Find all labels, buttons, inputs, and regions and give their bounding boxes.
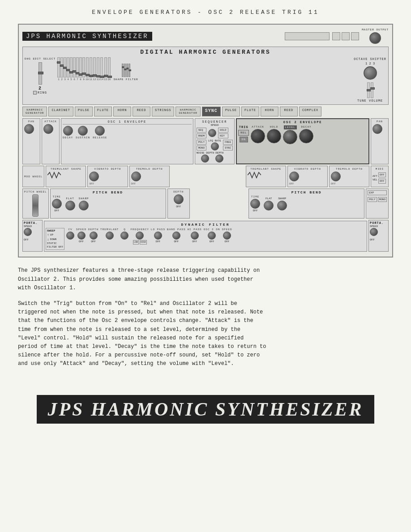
fader-track-11[interactable] bbox=[90, 57, 92, 77]
porta-right-knob[interactable] bbox=[370, 228, 378, 236]
preset-pulse-1[interactable]: PULSE bbox=[75, 107, 93, 116]
fader-track-16[interactable] bbox=[108, 57, 111, 77]
vol-fader[interactable] bbox=[371, 82, 373, 98]
noise-knob[interactable] bbox=[201, 154, 209, 163]
preset-sync[interactable]: SYNC bbox=[202, 107, 221, 116]
header-sq-3[interactable] bbox=[351, 32, 359, 40]
df-speed2-knob[interactable] bbox=[223, 232, 231, 240]
fader-num-4: 4 bbox=[67, 78, 69, 81]
osc2-hold-knob[interactable] bbox=[267, 129, 281, 143]
preset-strings[interactable]: STRINGS bbox=[152, 107, 174, 116]
fader-track-15[interactable] bbox=[104, 57, 107, 77]
poly-button[interactable]: POLY bbox=[197, 140, 206, 145]
pb-time-right-knob[interactable] bbox=[250, 199, 260, 209]
fader-track-14[interactable] bbox=[100, 57, 103, 77]
preset-horn-2[interactable]: HORN bbox=[261, 107, 278, 116]
osc2-level-knob[interactable] bbox=[283, 130, 297, 144]
hold-button[interactable]: HOLD bbox=[218, 128, 228, 133]
exp-button[interactable]: EXP bbox=[368, 190, 387, 195]
preset-reed-1[interactable]: REED bbox=[133, 107, 150, 116]
cv-knob[interactable] bbox=[66, 232, 74, 240]
df-depth-knob[interactable] bbox=[90, 232, 98, 240]
fader-track-9[interactable] bbox=[82, 57, 85, 77]
fader-track-12[interactable] bbox=[93, 57, 96, 77]
df-lo-pass-off: OFF bbox=[156, 240, 161, 243]
preset-clarinet[interactable]: CLARINET bbox=[48, 107, 73, 116]
tune-fader[interactable] bbox=[367, 82, 370, 98]
tremolo-depth-left-knob[interactable] bbox=[131, 172, 141, 181]
header-sq-1[interactable] bbox=[332, 32, 340, 40]
tremolo-depth-right-knob[interactable] bbox=[331, 172, 341, 181]
rndm-button[interactable]: RNDM bbox=[197, 133, 206, 138]
depth-middle-knob[interactable] bbox=[174, 194, 184, 204]
free-button[interactable]: FREE bbox=[223, 140, 233, 145]
preset-horn-1[interactable]: HORN bbox=[113, 107, 131, 116]
fader-track-10[interactable] bbox=[86, 57, 89, 77]
osc2-decay-knob[interactable] bbox=[299, 129, 313, 143]
vel-off-button[interactable]: OFF bbox=[378, 179, 386, 184]
vibrato-depth-knob[interactable] bbox=[89, 172, 99, 181]
porta-left-knob[interactable] bbox=[24, 228, 32, 236]
pb-flat-right-knob[interactable] bbox=[264, 201, 274, 210]
osc1-decay-knob[interactable] bbox=[63, 126, 73, 136]
pb-sharp-knob[interactable] bbox=[79, 201, 89, 210]
lfq-rate-knob[interactable] bbox=[211, 142, 219, 150]
preset-flute-2[interactable]: FLUTE bbox=[241, 107, 259, 116]
high-button[interactable]: HIGH bbox=[140, 240, 147, 245]
preset-harmonic-gen-2[interactable]: HARMONICGENERATOR bbox=[176, 107, 200, 116]
df-lo-pass-knob[interactable] bbox=[154, 232, 162, 240]
ring-check[interactable]: RING bbox=[33, 91, 47, 94]
sync-button[interactable]: SYNC bbox=[223, 146, 233, 150]
attack-knob[interactable] bbox=[43, 124, 53, 134]
master-output-knob[interactable] bbox=[369, 32, 381, 44]
sf-1[interactable] bbox=[122, 64, 124, 77]
seq-button[interactable]: SEQ bbox=[197, 128, 206, 133]
fader-track-5[interactable] bbox=[70, 57, 73, 77]
preset-complex[interactable]: COMPLEX bbox=[299, 107, 321, 116]
pitch-wheel-visual-left[interactable] bbox=[32, 194, 39, 217]
fader-track-1[interactable] bbox=[57, 57, 60, 77]
down-label: DOWN bbox=[50, 238, 56, 241]
on-button[interactable]: ON bbox=[240, 137, 248, 142]
df-tremulant-knob[interactable] bbox=[106, 232, 114, 240]
aft-off-button[interactable]: OFF bbox=[378, 172, 386, 177]
depth-knob[interactable] bbox=[215, 154, 223, 163]
df-band-pass-knob[interactable] bbox=[172, 232, 180, 240]
dhg-slider[interactable] bbox=[39, 62, 42, 85]
preset-reed-2[interactable]: REED bbox=[280, 107, 298, 116]
pan-right-knob[interactable] bbox=[372, 124, 382, 134]
seq-speed-knob[interactable] bbox=[208, 129, 216, 137]
key-button[interactable]: KEY bbox=[218, 133, 228, 138]
mono-button[interactable]: MONO bbox=[197, 146, 206, 150]
df-speed-knob[interactable] bbox=[77, 232, 86, 240]
preset-flute-1[interactable]: FLUTE bbox=[94, 107, 112, 116]
sf-4[interactable] bbox=[128, 64, 130, 77]
df-q-knob[interactable] bbox=[120, 232, 128, 240]
ring-checkbox[interactable] bbox=[33, 91, 37, 94]
df-hi-pass-knob[interactable] bbox=[191, 232, 199, 240]
df-osc2-on-knob[interactable] bbox=[208, 232, 216, 240]
octave-shifter-knob[interactable] bbox=[364, 66, 377, 80]
pb-flat-knob[interactable] bbox=[65, 201, 75, 210]
osc2-attack-knob[interactable] bbox=[251, 129, 265, 143]
mono-btn[interactable]: MONO bbox=[378, 197, 387, 202]
sf-3[interactable] bbox=[126, 64, 128, 77]
low-button[interactable]: LOW bbox=[133, 240, 139, 245]
sf-2[interactable] bbox=[124, 64, 126, 77]
fader-track-6[interactable] bbox=[73, 57, 76, 77]
df-frequency-knob[interactable] bbox=[136, 232, 144, 240]
header-sq-2[interactable] bbox=[342, 32, 350, 40]
pan-left-knob[interactable] bbox=[24, 124, 34, 134]
poly-btn[interactable]: POLY bbox=[368, 197, 377, 202]
fader-track-3[interactable] bbox=[64, 57, 66, 77]
fader-track-4[interactable] bbox=[67, 57, 69, 77]
fader-track-13[interactable] bbox=[97, 57, 99, 77]
vibrato-depth-right-knob[interactable] bbox=[289, 172, 299, 181]
preset-pulse-2[interactable]: PULSE bbox=[222, 107, 240, 116]
rel-button[interactable]: REL bbox=[238, 130, 249, 136]
osc1-release-knob[interactable] bbox=[95, 126, 105, 136]
pb-time-left-knob[interactable] bbox=[52, 199, 62, 209]
pb-sharp-right-knob[interactable] bbox=[277, 201, 287, 210]
osc1-sustain-knob[interactable] bbox=[78, 126, 88, 136]
preset-harmonic-gen-1[interactable]: HARMONICGENERATOR bbox=[22, 107, 47, 116]
